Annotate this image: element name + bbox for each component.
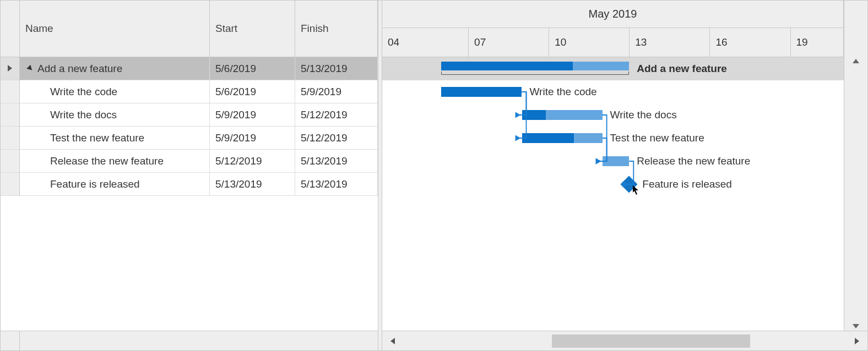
cell-finish[interactable]: 5/9/2019 (295, 80, 378, 103)
column-header-start[interactable]: Start (210, 1, 295, 57)
cell-start[interactable]: 5/6/2019 (210, 80, 295, 103)
progress-fill (522, 133, 574, 143)
task-name-text: Add a new feature (37, 63, 122, 75)
bar-label: Add a new feature (637, 63, 727, 75)
cell-name[interactable]: Write the code (20, 80, 210, 103)
cell-finish[interactable]: 5/13/2019 (295, 150, 378, 173)
scroll-track[interactable] (403, 332, 847, 350)
timeline-tick: 13 (629, 28, 647, 57)
mouse-cursor-icon (632, 185, 640, 196)
cell-name[interactable]: Write the docs (20, 103, 210, 127)
chevron-down-icon (853, 324, 859, 328)
row-header[interactable] (1, 127, 20, 150)
timeline-tick: 19 (790, 28, 808, 57)
task-bar[interactable] (603, 156, 630, 166)
cell-start[interactable]: 5/9/2019 (210, 127, 295, 150)
chevron-right-icon (855, 338, 859, 344)
timeline-tick: 16 (709, 28, 727, 57)
timeline-title: May 2019 (382, 1, 843, 28)
progress-fill (441, 62, 573, 70)
task-name-text: Test the new feature (50, 132, 144, 144)
bar-label: Write the code (530, 86, 597, 98)
splitter[interactable] (378, 1, 382, 350)
gantt-row[interactable]: Add a new feature (382, 57, 844, 80)
gantt-row[interactable]: Release the new feature (382, 150, 844, 173)
timeline-tick: 04 (388, 28, 399, 57)
timeline-ticks: 0407101316192 (382, 28, 843, 57)
task-name-text: Write the docs (50, 109, 117, 121)
vertical-scrollbar[interactable] (844, 1, 867, 331)
table-row[interactable]: Write the code5/6/20195/9/2019 (1, 80, 378, 103)
scroll-left-button[interactable] (382, 332, 403, 350)
gantt-row[interactable]: Feature is released (382, 173, 844, 196)
current-row-indicator-icon (8, 65, 12, 72)
cell-name[interactable]: Add a new feature (20, 57, 210, 80)
summary-bar[interactable] (441, 62, 629, 70)
cell-start[interactable]: 5/13/2019 (210, 173, 295, 196)
horizontal-scrollbar[interactable] (382, 331, 867, 350)
timeline-tick: 10 (549, 28, 566, 57)
cell-finish[interactable]: 5/12/2019 (295, 127, 378, 150)
row-header-corner (1, 1, 20, 57)
cell-finish[interactable]: 5/12/2019 (295, 103, 378, 127)
cell-start[interactable]: 5/12/2019 (210, 150, 295, 173)
row-header[interactable] (1, 80, 20, 103)
task-name-text: Write the code (50, 86, 117, 98)
cell-finish[interactable]: 5/13/2019 (295, 57, 378, 80)
cell-name[interactable]: Release the new feature (20, 150, 210, 173)
cell-start[interactable]: 5/9/2019 (210, 103, 295, 127)
bar-label: Write the docs (610, 109, 677, 121)
grid-header: Name Start Finish (1, 1, 378, 57)
summary-bracket (441, 72, 629, 75)
bar-label: Test the new feature (610, 132, 704, 144)
grid-footer (1, 331, 378, 350)
row-header[interactable] (1, 103, 20, 127)
table-row[interactable]: Feature is released5/13/20195/13/2019 (1, 173, 378, 196)
cell-finish[interactable]: 5/13/2019 (295, 173, 378, 196)
gantt-control: Name Start Finish Add a new feature5/6/2… (0, 0, 868, 351)
gantt-row[interactable]: Test the new feature (382, 127, 844, 150)
scroll-thumb[interactable] (552, 334, 750, 348)
column-header-finish[interactable]: Finish (295, 1, 378, 57)
gantt-row[interactable]: Write the code (382, 80, 844, 103)
bar-label: Release the new feature (637, 155, 750, 167)
row-header[interactable] (1, 150, 20, 173)
row-header[interactable] (1, 173, 20, 196)
table-row[interactable]: Write the docs5/9/20195/12/2019 (1, 103, 378, 127)
table-row[interactable]: Add a new feature5/6/20195/13/2019 (1, 57, 378, 80)
task-bar[interactable] (522, 133, 603, 143)
cell-name[interactable]: Test the new feature (20, 127, 210, 150)
row-header[interactable] (1, 57, 20, 80)
cell-name[interactable]: Feature is released (20, 173, 210, 196)
footer-blank (20, 331, 378, 350)
progress-fill (522, 110, 546, 120)
table-row[interactable]: Test the new feature5/9/20195/12/2019 (1, 127, 378, 150)
task-name-text: Feature is released (50, 178, 140, 190)
collapse-icon[interactable] (26, 65, 34, 72)
progress-fill (441, 87, 522, 97)
bar-label: Feature is released (642, 178, 732, 190)
timeline-header: May 2019 0407101316192 (382, 1, 844, 57)
task-bar[interactable] (441, 87, 522, 97)
gantt-row[interactable]: Write the docs (382, 103, 844, 127)
task-bar[interactable] (522, 110, 603, 120)
gantt-chart: May 2019 0407101316192 Add a new feature… (382, 1, 867, 350)
table-row[interactable]: Release the new feature5/12/20195/13/201… (1, 150, 378, 173)
task-name-text: Release the new feature (50, 155, 164, 167)
scroll-up-button[interactable] (844, 59, 867, 63)
cell-start[interactable]: 5/6/2019 (210, 57, 295, 80)
column-header-name[interactable]: Name (20, 1, 210, 57)
chevron-up-icon (853, 59, 859, 63)
gantt-body[interactable]: Add a new featureWrite the codeWrite the… (382, 57, 844, 331)
footer-row-header (1, 331, 20, 350)
scroll-down-button[interactable] (844, 324, 867, 328)
scroll-right-button[interactable] (847, 332, 867, 350)
chevron-left-icon (390, 338, 395, 344)
timeline-tick: 07 (468, 28, 486, 57)
task-grid: Name Start Finish Add a new feature5/6/2… (1, 1, 378, 350)
